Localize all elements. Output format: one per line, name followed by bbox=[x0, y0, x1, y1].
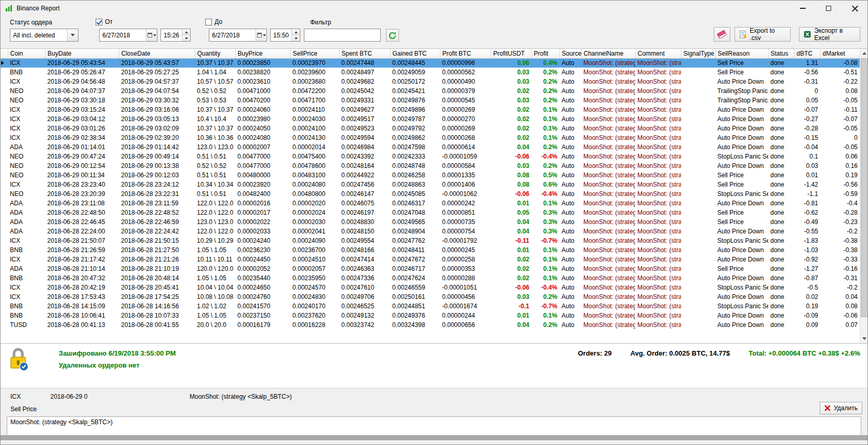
cell-buyprice[interactable]: 0.00238820 bbox=[235, 68, 290, 77]
cell-buyprice[interactable]: 0.00002052 bbox=[235, 264, 290, 273]
cell-sellprice[interactable]: 0.00002041 bbox=[290, 227, 339, 236]
cell-profitusdt[interactable]: 0.08 bbox=[491, 180, 531, 189]
cell-closedate[interactable]: 2018-06-28 23:22:31 bbox=[119, 189, 195, 199]
cell-sellprice[interactable]: 0.00240170 bbox=[290, 302, 339, 311]
cell-closedate[interactable]: 2018-06-28 20:45:41 bbox=[119, 283, 195, 292]
cell-sellreason[interactable]: StopLoss Panic Sell bbox=[715, 236, 768, 245]
from-date-picker[interactable]: 6/27/2018 bbox=[99, 29, 157, 42]
table-row[interactable]: ICX2018-06-28 21:17:422018-06-28 21:21:2… bbox=[1, 255, 860, 264]
cell-profit[interactable]: 0.1% bbox=[531, 273, 559, 283]
cell-sellprice[interactable]: 0.00237620 bbox=[290, 311, 339, 320]
cell-comment[interactable]: MoonShot: (strategy <Skalp_5BTC>) bbox=[635, 320, 681, 330]
cell-spent-btc[interactable]: 0.00246363 bbox=[339, 264, 390, 273]
cell-spent-btc[interactable]: 0.00245042 bbox=[339, 86, 390, 96]
cell-channelname[interactable]: MoonShot: (strategy <Skalp_5BTC>) bbox=[581, 227, 635, 236]
table-row[interactable]: ICX2018-06-28 23:23:402018-06-28 23:24:1… bbox=[1, 180, 860, 189]
cell-profitusdt[interactable]: 0.05 bbox=[491, 208, 531, 217]
cell-coin[interactable]: BNB bbox=[8, 311, 45, 320]
cell-coin[interactable]: BNB bbox=[8, 273, 45, 283]
cell-profitusdt[interactable]: 0.04 bbox=[491, 320, 531, 330]
cell-buyprice[interactable]: 0.00471000 bbox=[235, 86, 290, 96]
cell-dbtc[interactable]: -0.09 bbox=[794, 311, 820, 320]
cell-dbtc[interactable]: 0.1 bbox=[794, 152, 820, 161]
column-header-channelname[interactable]: ChannelName bbox=[581, 49, 635, 58]
cell-buyprice[interactable]: 0.00023920 bbox=[235, 180, 290, 189]
cell-sellprice[interactable]: 0.00023680 bbox=[290, 77, 339, 86]
cell-dmarket[interactable]: -0.56 bbox=[820, 180, 860, 189]
cell-profitusdt[interactable]: 0.02 bbox=[491, 105, 531, 114]
cell-sellprice[interactable]: 0.00024830 bbox=[290, 292, 339, 302]
cell-comment[interactable]: MoonShot: (strategy <Skalp_5BTC>) bbox=[635, 217, 681, 227]
cell-profit[interactable]: -0.7% bbox=[531, 302, 559, 311]
cell-sellreason[interactable]: TrailingStop Panic Sell bbox=[715, 86, 768, 96]
table-row[interactable]: ICX2018-06-29 02:38:342018-06-29 02:39:2… bbox=[1, 133, 860, 142]
cell-dbtc[interactable]: -0.28 bbox=[794, 124, 820, 133]
spin-down-button[interactable] bbox=[292, 35, 300, 41]
cell-buydate[interactable]: 2018-06-28 17:53:43 bbox=[45, 292, 119, 302]
table-row[interactable]: ADA2018-06-28 22:24:002018-06-28 22:24:4… bbox=[1, 227, 860, 236]
cell-dmarket[interactable]: -0.05 bbox=[820, 124, 860, 133]
cell-quantity[interactable]: 10.29 \ 10.29 bbox=[195, 236, 235, 245]
cell-sellreason[interactable]: Auto Price Down bbox=[715, 142, 768, 152]
cell-buydate[interactable]: 2018-06-28 21:10:14 bbox=[45, 264, 119, 273]
delete-button[interactable]: Удалить bbox=[820, 402, 862, 414]
cell-sellprice[interactable]: 0.00024090 bbox=[290, 236, 339, 245]
cell-gained-btc[interactable]: 0.00250172 bbox=[390, 77, 440, 86]
cell-sellprice[interactable]: 0.00471700 bbox=[290, 96, 339, 105]
cell-source[interactable]: Auto bbox=[559, 105, 581, 114]
column-header-profit-btc[interactable]: Profit BTC bbox=[440, 49, 491, 58]
cell-profit-btc[interactable]: 0.00000288 bbox=[440, 273, 491, 283]
cell-comment[interactable]: MoonShot: (strategy <Skalp_5BTC>) bbox=[635, 96, 681, 105]
cell-buyprice[interactable]: 0.00024050 bbox=[235, 124, 290, 133]
cell-signaltype[interactable] bbox=[681, 77, 715, 86]
column-header-spent-btc[interactable]: Spent BTC bbox=[339, 49, 390, 58]
cell-profitusdt[interactable]: -0.06 bbox=[491, 189, 531, 199]
cell-comment[interactable]: MoonShot: (strategy <Skalp_5BTC>) bbox=[635, 283, 681, 292]
cell-spent-btc[interactable]: 0.00247448 bbox=[339, 58, 390, 68]
cell-dbtc[interactable]: -1.1 bbox=[794, 189, 820, 199]
cell-sellreason[interactable]: Auto Price Down bbox=[715, 77, 768, 86]
cell-dbtc[interactable]: 0 bbox=[794, 86, 820, 96]
cell-status[interactable]: done bbox=[768, 180, 794, 189]
calendar-dropdown-icon[interactable] bbox=[256, 29, 266, 41]
cell-source[interactable]: Auto bbox=[559, 227, 581, 236]
cell-status[interactable]: done bbox=[768, 292, 794, 302]
cell-buyprice[interactable]: 0.00480000 bbox=[235, 171, 290, 180]
cell-comment[interactable]: MoonShot: (strategy <Skalp_5BTC>) bbox=[635, 302, 681, 311]
cell-buydate[interactable]: 2018-06-28 23:20:39 bbox=[45, 189, 119, 199]
cell-comment[interactable]: MoonShot: (strategy <Skalp_5BTC>) bbox=[635, 292, 681, 302]
cell-profit-btc[interactable]: 0.00000584 bbox=[440, 161, 491, 171]
cell-coin[interactable]: ICX bbox=[8, 292, 45, 302]
cell-sellreason[interactable]: Auto Price Down bbox=[715, 161, 768, 171]
cell-sellprice[interactable]: 0.00235950 bbox=[290, 273, 339, 283]
cell-status[interactable]: done bbox=[768, 161, 794, 171]
cell-dmarket[interactable]: -0.2 bbox=[820, 283, 860, 292]
cell-signaltype[interactable] bbox=[681, 264, 715, 273]
cell-profitusdt[interactable]: 0.08 bbox=[491, 171, 531, 180]
cell-profit[interactable]: 0.2% bbox=[531, 77, 559, 86]
cell-dbtc[interactable]: 0.03 bbox=[794, 161, 820, 171]
cell-profit-btc[interactable]: 0.00000242 bbox=[440, 199, 491, 208]
cell-quantity[interactable]: 10.04 \ 10.04 bbox=[195, 283, 235, 292]
cell-dmarket[interactable]: -0.23 bbox=[820, 217, 860, 227]
cell-gained-btc[interactable]: 0.00249059 bbox=[390, 68, 440, 77]
cell-signaltype[interactable] bbox=[681, 273, 715, 283]
cell-profit-btc[interactable]: 0.00000245 bbox=[440, 245, 491, 255]
cell-status[interactable]: done bbox=[768, 189, 794, 199]
table-row[interactable]: ADA2018-06-28 23:11:082018-06-28 23:11:5… bbox=[1, 199, 860, 208]
cell-closedate[interactable]: 2018-06-29 03:02:09 bbox=[119, 124, 195, 133]
cell-sellreason[interactable]: Sell Price bbox=[715, 171, 768, 180]
cell-spent-btc[interactable]: 0.00243392 bbox=[339, 152, 390, 161]
column-header-dbtc[interactable]: dBTC bbox=[794, 49, 820, 58]
cell-sellprice[interactable]: 0.00002014 bbox=[290, 142, 339, 152]
cell-comment[interactable]: MoonShot: (strategy <Skalp_5BTC>) bbox=[635, 208, 681, 217]
cell-closedate[interactable]: 2018-06-29 00:13:38 bbox=[119, 161, 195, 171]
cell-quantity[interactable]: 123.0 \ 123.0 bbox=[195, 217, 235, 227]
cell-gained-btc[interactable]: 0.00249787 bbox=[390, 114, 440, 124]
cell-closedate[interactable]: 2018-06-29 05:43:57 bbox=[119, 58, 195, 68]
cell-quantity[interactable]: 20.0 \ 20.0 bbox=[195, 320, 235, 330]
cell-coin[interactable]: NEO bbox=[8, 189, 45, 199]
cell-quantity[interactable]: 10.34 \ 10.34 bbox=[195, 180, 235, 189]
cell-source[interactable]: Auto bbox=[559, 255, 581, 264]
cell-spent-btc[interactable]: 0.00246984 bbox=[339, 142, 390, 152]
